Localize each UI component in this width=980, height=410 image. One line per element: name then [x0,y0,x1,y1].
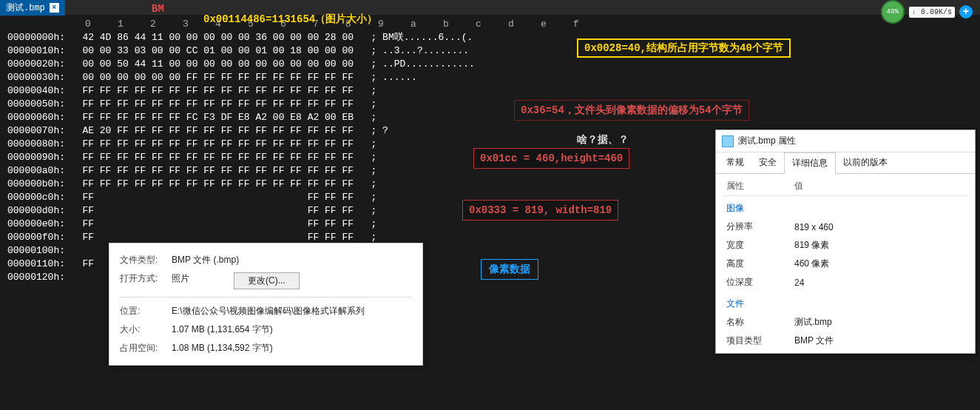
size-label: 大小: [120,323,172,336]
hex-row: 00000030h: 00 00 00 00 00 00 FF FF FF FF… [7,71,973,84]
col-prop: 属性 [722,177,790,196]
tab-details[interactable]: 详细信息 [784,152,836,174]
unknown-ascii: 啥？据、？ [577,133,629,147]
h-k: 高度 [722,255,790,273]
image-icon [722,135,734,147]
w-k: 宽度 [722,236,790,255]
openwith-label: 打开方式: [120,272,172,289]
height-annotation: 0x01cc = 460,height=460 [473,148,629,169]
ondisk-value: 1.08 MB (1,134,592 字节) [172,342,273,354]
close-icon[interactable]: × [50,3,59,13]
topbar: 测试.bmp × [0,0,980,15]
tab-security[interactable]: 安全 [751,152,784,173]
hex-row: 00000020h: 00 00 50 44 11 00 00 00 00 00… [7,58,973,71]
hex-row: 00000010h: 00 00 33 03 00 00 CC 01 00 00… [7,44,973,58]
column-header: 0 1 2 3 4 5 6 7 8 9 a b c d e f [7,18,973,31]
name-v: 测试.bmp [790,313,969,332]
size-value: 1.07 MB (1,131,654 字节) [172,323,273,336]
filetype-value: BMP 文件 (.bmp) [172,254,239,266]
type-v: BMP 文件 [790,332,969,350]
width-annotation: 0x0333 = 819, width=819 [462,200,618,221]
filetype-label: 文件类型: [120,254,172,266]
propwin-tabs: 常规 安全 详细信息 以前的版本 [716,152,975,174]
location-value: E:\微信公众号\视频图像编解码\图像格式详解系列 [172,305,365,317]
prop-table: 属性 值 图像 分辨率819 x 460 宽度819 像素 高度460 像素 位… [722,177,969,350]
bm-label: BM [152,2,164,16]
ondisk-label: 占用空间: [120,342,172,354]
tab-general[interactable]: 常规 [719,152,751,173]
res-v: 819 x 460 [790,218,969,236]
name-k: 名称 [722,313,790,332]
h-v: 460 像素 [790,255,969,273]
depth-k: 位深度 [722,273,790,292]
hex-row: 00000060h: FF FF FF FF FF FF FC F3 DF E8… [7,111,973,124]
hex-row: 00000000h: 42 4D 86 44 11 00 00 00 00 00… [7,31,973,44]
type-k: 项目类型 [722,332,790,350]
properties-window: 测试.bmp 属性 常规 安全 详细信息 以前的版本 属性 值 图像 分辨率81… [715,130,976,354]
location-label: 位置: [120,305,172,317]
hex-row: 00000050h: FF FF FF FF FF FF FF FF FF FF… [7,98,973,111]
propwin-title: 测试.bmp 属性 [738,135,796,147]
hex-row: 00000040h: FF FF FF FF FF FF FF FF FF FF… [7,84,973,98]
res-k: 分辨率 [722,218,790,236]
offset-annotation: 0x36=54，文件头到像素数据的偏移为54个字节 [514,100,749,121]
w-v: 819 像素 [790,236,969,255]
change-button[interactable]: 更改(C)... [234,272,300,289]
propwin-body: 属性 值 图像 分辨率819 x 460 宽度819 像素 高度460 像素 位… [716,174,975,353]
col-val: 值 [790,177,969,196]
section-image: 图像 [722,196,969,218]
file-tooltip: 文件类型: BMP 文件 (.bmp) 打开方式: 照片 更改(C)... 位置… [109,243,423,366]
struct-size-annotation: 0x0028=40,结构所占用字节数为40个字节 [577,38,791,58]
section-file: 文件 [722,292,969,313]
file-tab[interactable]: 测试.bmp × [0,0,65,16]
tab-title: 测试.bmp [6,1,45,14]
openwith-value: 照片 [172,272,189,289]
tab-previous[interactable]: 以前的版本 [836,152,895,173]
filesize-annotation: 0x00114486=1131654（图片大小） [203,13,377,26]
depth-v: 24 [790,273,969,292]
propwin-title-bar: 测试.bmp 属性 [716,130,975,152]
pixel-data-annotation: 像素数据 [481,259,538,280]
